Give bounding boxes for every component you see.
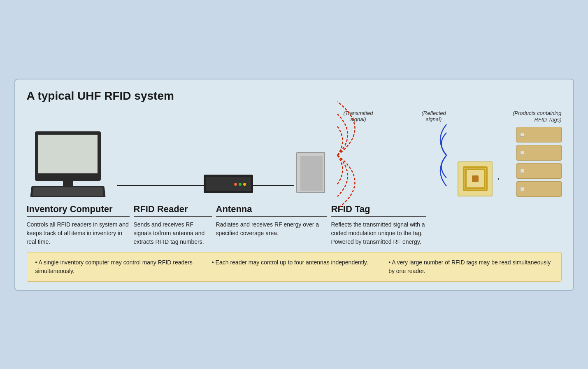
reader-desc: Sends and receives RF signals to/from an… <box>134 220 212 246</box>
info-bar: • A single inventory computer may contro… <box>27 252 562 282</box>
led-amber <box>243 183 246 186</box>
main-title: A typical UHF RFID system <box>27 89 562 103</box>
monitor-screen <box>38 135 98 173</box>
info-item-2: • Each reader may control up to four ant… <box>212 258 376 276</box>
label-col-computer: Inventory Computer Controls all RFID rea… <box>27 204 134 246</box>
tag-title: RFID Tag <box>331 204 426 215</box>
info-item-3: • A very large number of RFID tags may b… <box>388 258 553 276</box>
antenna-title: Antenna <box>216 204 327 215</box>
product-card-3 <box>516 163 562 179</box>
computer-title: Inventory Computer <box>27 204 130 215</box>
products-label: (Products containing RFID Tags) <box>508 110 562 124</box>
wire-reader-to-antenna <box>253 185 294 186</box>
wire-computer-to-reader <box>117 185 204 186</box>
keyboard-inner <box>32 187 103 196</box>
arrow-icon: ← <box>496 173 505 184</box>
product-tag-dot-3 <box>520 169 524 173</box>
product-tag-dot-4 <box>520 187 524 191</box>
reader-visual <box>204 110 253 201</box>
product-tag-dot-2 <box>520 151 524 155</box>
product-tag-dot-1 <box>520 133 524 137</box>
antenna-desc: Radiates and receives RF energy over a s… <box>216 220 327 238</box>
antenna-divider <box>216 216 327 217</box>
products-column: (Products containing RFID Tags) <box>508 110 562 201</box>
computer-illustration <box>31 131 113 197</box>
product-card-2 <box>516 145 562 161</box>
tag-chip <box>472 175 479 182</box>
tag-visual: ← <box>451 161 500 196</box>
tag-desc: Reflects the transmitted signal with a c… <box>331 220 426 246</box>
reader-title: RFID Reader <box>134 204 212 215</box>
keyboard <box>30 186 105 197</box>
led-red <box>234 183 237 186</box>
tag-coil <box>463 166 488 191</box>
product-card-1 <box>516 127 562 142</box>
signals-area: (Transmittedsignal) (Reflectedsignal) <box>294 110 508 201</box>
label-col-reader: RFID Reader Sends and receives RF signal… <box>134 204 216 246</box>
diagram-container: A typical UHF RFID system <box>14 79 574 291</box>
computer-desc: Controls all RFID readers in system and … <box>27 220 130 246</box>
tag-illustration <box>458 161 493 196</box>
reader-front <box>206 177 251 191</box>
reader-box <box>204 175 253 193</box>
led-green <box>239 183 242 186</box>
tag-divider <box>331 216 426 217</box>
reader-illustration <box>204 175 253 197</box>
reader-lights <box>234 183 246 186</box>
label-col-tag: RFID Tag Reflects the transmitted signal… <box>331 204 430 246</box>
computer-visual <box>27 110 117 201</box>
product-card-4 <box>516 181 562 197</box>
visual-area: (Transmittedsignal) (Reflectedsignal) <box>27 110 562 201</box>
label-col-antenna: Antenna Radiates and receives RF energy … <box>216 204 331 246</box>
reader-divider <box>134 216 212 217</box>
monitor-outer <box>35 131 101 181</box>
computer-divider <box>27 216 130 217</box>
labels-row: Inventory Computer Controls all RFID rea… <box>27 201 562 246</box>
info-item-1: • A single inventory computer may contro… <box>35 258 200 276</box>
